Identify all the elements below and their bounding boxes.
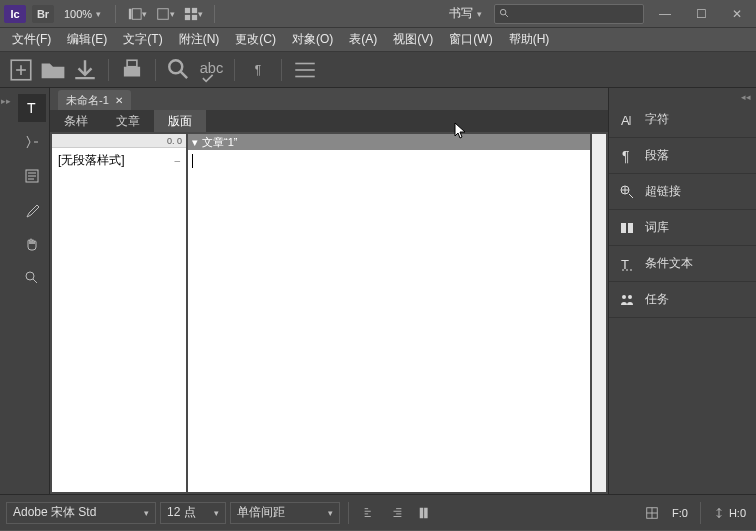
svg-rect-13 xyxy=(127,60,137,67)
separator xyxy=(234,59,235,81)
svg-rect-4 xyxy=(192,7,197,12)
type-tool[interactable]: T xyxy=(18,94,46,122)
chevron-down-icon: ▾ xyxy=(144,508,149,518)
svg-rect-1 xyxy=(132,8,141,19)
menu-help[interactable]: 帮助(H) xyxy=(505,29,554,50)
menu-notes[interactable]: 附注(N) xyxy=(175,29,224,50)
text-editor[interactable] xyxy=(188,150,590,492)
menu-edit[interactable]: 编辑(E) xyxy=(63,29,111,50)
assignments-icon xyxy=(619,292,635,308)
document-tab[interactable]: 未命名-1 ✕ xyxy=(58,90,131,110)
styles-header-value: 0. 0 xyxy=(167,136,182,146)
panel-thesaurus[interactable]: 词库 xyxy=(609,210,756,246)
align-button-2[interactable] xyxy=(385,502,409,524)
panel-paragraph[interactable]: ¶ 段落 xyxy=(609,138,756,174)
view-mode-button-2[interactable]: ▾ xyxy=(154,3,176,25)
svg-point-7 xyxy=(500,9,506,15)
pilcrow-button[interactable]: ¶ xyxy=(245,57,271,83)
document-area: 未命名-1 ✕ 条样 文章 版面 0. 0 [无段落样式] – ▾ xyxy=(50,88,608,494)
view-mode-button-3[interactable]: ▾ xyxy=(182,3,204,25)
document-tabs: 未命名-1 ✕ xyxy=(50,88,608,110)
text-cursor xyxy=(192,154,586,168)
new-button[interactable] xyxy=(8,57,34,83)
panels-row: 0. 0 [无段落样式] – ▾ 文章“1” xyxy=(50,132,608,494)
line-spacing-value: 单倍间距 xyxy=(237,504,285,521)
menu-view[interactable]: 视图(V) xyxy=(389,29,437,50)
menu-window[interactable]: 窗口(W) xyxy=(445,29,496,50)
zoom-value: 100% xyxy=(64,8,92,20)
panel-hyperlinks[interactable]: 超链接 xyxy=(609,174,756,210)
panel-label: 条件文本 xyxy=(645,255,693,272)
conditional-text-icon: T xyxy=(619,256,635,272)
hand-tool[interactable] xyxy=(18,230,46,258)
view-columns-button[interactable] xyxy=(413,502,437,524)
zoom-select[interactable]: 100% ▾ xyxy=(60,3,105,25)
svg-rect-31 xyxy=(621,223,626,233)
open-button[interactable] xyxy=(40,57,66,83)
font-select[interactable]: Adobe 宋体 Std ▾ xyxy=(6,502,156,524)
find-button[interactable] xyxy=(166,57,192,83)
height-icon xyxy=(713,507,725,519)
panel-label: 任务 xyxy=(645,291,669,308)
spellcheck-button[interactable]: abc xyxy=(198,57,224,83)
search-icon xyxy=(499,8,510,19)
separator xyxy=(281,59,282,81)
menu-lines-button[interactable] xyxy=(292,57,318,83)
maximize-button[interactable]: ☐ xyxy=(686,4,716,24)
collapse-right-button[interactable]: ◂◂ xyxy=(609,88,756,102)
search-input[interactable] xyxy=(494,4,644,24)
menu-change[interactable]: 更改(C) xyxy=(231,29,280,50)
svg-rect-0 xyxy=(129,8,132,19)
toolbar: abc ¶ xyxy=(0,52,756,88)
menu-text[interactable]: 文字(T) xyxy=(119,29,166,50)
close-tab-button[interactable]: ✕ xyxy=(115,95,123,106)
print-button[interactable] xyxy=(119,57,145,83)
tab-layout[interactable]: 版面 xyxy=(154,110,206,132)
tab-story[interactable]: 文章 xyxy=(102,110,154,132)
menubar: 文件(F) 编辑(E) 文字(T) 附注(N) 更改(C) 对象(O) 表(A)… xyxy=(0,28,756,52)
panel-character[interactable]: A 字符 xyxy=(609,102,756,138)
globe-link-icon xyxy=(619,184,635,200)
frame-grid-button[interactable] xyxy=(640,502,664,524)
align-button-1[interactable] xyxy=(357,502,381,524)
disclosure-triangle-icon: ▾ xyxy=(192,136,198,149)
bridge-button[interactable]: Br xyxy=(32,5,54,23)
collapse-left-button[interactable]: ▸▸ xyxy=(0,92,12,110)
scrollbar[interactable] xyxy=(592,134,606,492)
chevron-down-icon: ▾ xyxy=(328,508,333,518)
minimize-button[interactable]: — xyxy=(650,4,680,24)
tab-styles[interactable]: 条样 xyxy=(50,110,102,132)
font-size-select[interactable]: 12 点 ▾ xyxy=(160,502,226,524)
content-title: 文章“1” xyxy=(202,135,237,150)
close-button[interactable]: ✕ xyxy=(722,4,752,24)
svg-line-15 xyxy=(181,71,188,78)
menu-object[interactable]: 对象(O) xyxy=(288,29,337,50)
svg-rect-6 xyxy=(192,14,197,19)
menu-table[interactable]: 表(A) xyxy=(345,29,381,50)
content-header[interactable]: ▾ 文章“1” xyxy=(188,134,590,150)
style-list-item[interactable]: [无段落样式] – xyxy=(52,148,186,173)
chevron-down-icon: ▾ xyxy=(96,9,101,19)
styles-header: 0. 0 xyxy=(52,134,186,148)
note-tool[interactable] xyxy=(18,128,46,156)
save-button[interactable] xyxy=(72,57,98,83)
svg-text:¶: ¶ xyxy=(622,148,630,164)
svg-text:A: A xyxy=(621,113,630,128)
line-spacing-select[interactable]: 单倍间距 ▾ xyxy=(230,502,340,524)
view-mode-button-1[interactable]: ▾ xyxy=(126,3,148,25)
pilcrow-icon: ¶ xyxy=(619,148,635,164)
panel-label: 词库 xyxy=(645,219,669,236)
left-collapse-strip: ▸▸ xyxy=(0,88,14,494)
story-tool[interactable] xyxy=(18,162,46,190)
menu-file[interactable]: 文件(F) xyxy=(8,29,55,50)
font-size-value: 12 点 xyxy=(167,504,196,521)
workspace-label: 书写 xyxy=(449,5,473,22)
frame-count-value: F:0 xyxy=(672,507,688,519)
workspace-select[interactable]: 书写 ▾ xyxy=(443,5,488,22)
style-item-marker: – xyxy=(174,155,180,166)
panel-conditional-text[interactable]: T 条件文本 xyxy=(609,246,756,282)
zoom-tool[interactable] xyxy=(18,264,46,292)
panel-assignments[interactable]: 任务 xyxy=(609,282,756,318)
document-tab-label: 未命名-1 xyxy=(66,93,109,108)
eyedropper-tool[interactable] xyxy=(18,196,46,224)
